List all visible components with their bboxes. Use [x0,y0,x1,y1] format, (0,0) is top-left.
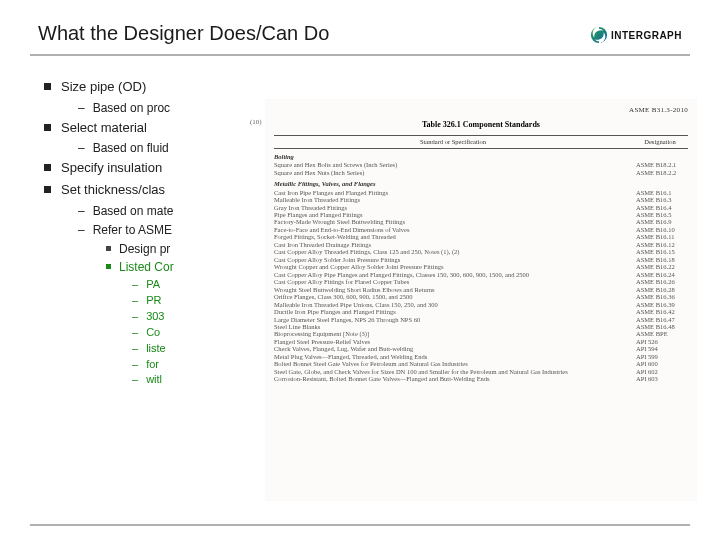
title-rule [30,54,690,56]
spec-row: Square and Hex Nuts (Inch Series)ASME B1… [274,169,688,176]
sub-bullet-text: Based on fluid [93,140,169,156]
spec-desc: Steel Line Blanks [274,323,632,330]
spec-row: Face-to-Face and End-to-End Dimensions o… [274,226,688,233]
bullet-text: Set thickness/clas [61,181,165,199]
spec-desc: Factory-Made Wrought Steel Buttwelding F… [274,218,632,225]
sub-bullet-text: Based on proc [93,100,170,116]
spec-designation: ASME B16.11 [632,233,688,240]
dash-icon: – [132,309,138,324]
spec-designation: ASME B16.9 [632,218,688,225]
spec-desc: Large Diameter Steel Flanges, NPS 26 Thr… [274,316,632,323]
spec-designation: ASME B16.24 [632,271,688,278]
spec-row: Ductile Iron Pipe Flanges and Flanged Fi… [274,308,688,315]
spec-desc: Malleable Iron Threaded Pipe Unions, Cla… [274,301,632,308]
spec-row: Cast Iron Pipe Flanges and Flanged Fitti… [274,189,688,196]
spec-desc: Pipe Flanges and Flanged Fittings [274,211,632,218]
sub3-bullet-text: witl [146,372,162,387]
spec-designation: ASME B16.36 [632,293,688,300]
spec-designation: API 600 [632,360,688,367]
bullet-icon [44,186,51,193]
sub2-bullet-text: Design pr [119,241,170,257]
spec-desc: Cast Copper Alloy Pipe Flanges and Flang… [274,271,632,278]
spec-designation: ASME B16.3 [632,196,688,203]
spec-group: Bolting [274,153,688,160]
globe-icon [590,26,608,44]
sub3-bullet-text: liste [146,341,166,356]
spec-designation: ASME B16.5 [632,211,688,218]
dash-icon: – [132,341,138,356]
sub2-bullet-text: Listed Cor [119,259,174,275]
slide-title: What the Designer Does/Can Do [38,22,682,45]
sub3-bullet-text: 303 [146,309,164,324]
spec-row: Metal Plug Valves—Flanged, Threaded, and… [274,353,688,360]
spec-row: Gray Iron Threaded FittingsASME B16.4 [274,204,688,211]
spec-designation: ASME B16.10 [632,226,688,233]
spec-desc: Corrosion-Resistant, Bolted Bonnet Gate … [274,375,632,382]
spec-row: Steel Gate, Globe, and Check Valves for … [274,368,688,375]
dash-icon: – [132,293,138,308]
spec-row: Orifice Flanges, Class 300, 600, 900, 15… [274,293,688,300]
spec-desc: Face-to-Face and End-to-End Dimensions o… [274,226,632,233]
spec-desc: Bolted Bonnet Steel Gate Valves for Petr… [274,360,632,367]
bullet-icon [44,83,51,90]
spec-row: Cast Copper Alloy Fittings for Flared Co… [274,278,688,285]
spec-desc: Cast Iron Threaded Drainage Fittings [274,241,632,248]
brand-logo: INTERGRAPH [590,26,682,44]
spec-designation: API 603 [632,375,688,382]
sub3-bullet-text: PA [146,277,160,292]
spec-desc: Square and Hex Nuts (Inch Series) [274,169,632,176]
spec-designation: ASME B16.15 [632,248,688,255]
bullet-text: Size pipe (OD) [61,78,146,96]
sub3-bullet-text: Co [146,325,160,340]
spec-designation: ASME B16.18 [632,256,688,263]
spec-row: Large Diameter Steel Flanges, NPS 26 Thr… [274,316,688,323]
bullet-text: Select material [61,119,147,137]
spec-designation: API 602 [632,368,688,375]
sub3-bullet-text: for [146,357,159,372]
spec-table-overlay: (10) ASME B31.3-2010 Table 326.1 Compone… [266,100,696,500]
spec-row: Wrought Steel Buttwelding Short Radius E… [274,286,688,293]
spec-row: Forged Fittings, Socket-Welding and Thre… [274,233,688,240]
spec-row: Wrought Copper and Copper Alloy Solder J… [274,263,688,270]
spec-caption: Table 326.1 Component Standards [274,120,688,129]
bullet-icon [44,164,51,171]
spec-desc: Cast Copper Alloy Threaded Fittings, Cla… [274,248,632,255]
spec-desc: Ductile Iron Pipe Flanges and Flanged Fi… [274,308,632,315]
spec-desc: Bioprocessing Equipment [Note (3)] [274,330,632,337]
sub-bullet-text: Based on mate [93,203,174,219]
spec-row: Corrosion-Resistant, Bolted Bonnet Gate … [274,375,688,382]
spec-designation: ASME B16.22 [632,263,688,270]
bullet-icon [44,124,51,131]
spec-designation: ASME B16.1 [632,189,688,196]
spec-desc: Check Valves, Flanged, Lug, Wafer and Bu… [274,345,632,352]
spec-desc: Metal Plug Valves—Flanged, Threaded, and… [274,353,632,360]
spec-group: Metallic Fittings, Valves, and Flanges [274,180,688,187]
bullet-list: Size pipe (OD) –Based on proc Select mat… [44,78,174,388]
spec-desc: Orifice Flanges, Class 300, 600, 900, 15… [274,293,632,300]
note-marker: (10) [250,118,262,126]
dash-icon: – [78,222,85,238]
spec-designation: ASME B16.48 [632,323,688,330]
spec-designation: ASME BPE [632,330,688,337]
bullet-text: Specify insulation [61,159,162,177]
col-designation: Designation [632,138,688,145]
spec-row: Malleable Iron Threaded Pipe Unions, Cla… [274,301,688,308]
spec-row: Flanged Steel Pressure-Relief ValvesAPI … [274,338,688,345]
col-standard: Standard or Specification [274,138,632,145]
square-icon [106,246,111,251]
dash-icon: – [132,277,138,292]
spec-row: Factory-Made Wrought Steel Buttwelding F… [274,218,688,225]
spec-designation: API 526 [632,338,688,345]
spec-desc: Malleable Iron Threaded Fittings [274,196,632,203]
sub-bullet-text: Refer to ASME [93,222,172,238]
spec-row: Cast Copper Alloy Pipe Flanges and Flang… [274,271,688,278]
spec-row: Bioprocessing Equipment [Note (3)]ASME B… [274,330,688,337]
spec-designation: ASME B16.47 [632,316,688,323]
spec-designation: API 599 [632,353,688,360]
spec-desc: Wrought Copper and Copper Alloy Solder J… [274,263,632,270]
dash-icon: – [132,357,138,372]
dash-icon: – [132,372,138,387]
spec-desc: Cast Copper Alloy Fittings for Flared Co… [274,278,632,285]
spec-row: Cast Copper Alloy Threaded Fittings, Cla… [274,248,688,255]
spec-designation: ASME B18.2.1 [632,161,688,168]
